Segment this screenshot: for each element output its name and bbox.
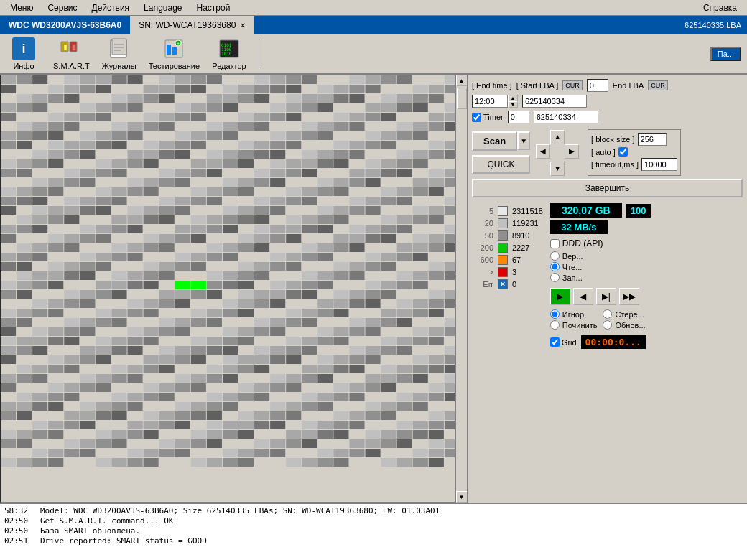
log-message: Model: WDC WD3200AVJS-63B6A0; Size 62514… (40, 506, 440, 515)
read-radio[interactable] (550, 262, 560, 271)
speed-num: 20 (472, 219, 493, 228)
stats-panel: 320,07 GB 100 32 MB/s DDD (API) Вер... (550, 203, 651, 349)
start-lba-input[interactable] (587, 79, 608, 92)
tab-active[interactable]: SN: WD-WCAT19363680 ✕ (130, 16, 254, 34)
fast-forward-button[interactable]: ▶▶ (619, 288, 639, 305)
speed-count: 8910 (512, 231, 529, 240)
speed-legend: 5231151820119231508910200222760067>3Err✕… (472, 206, 543, 349)
write-radio[interactable] (550, 273, 560, 282)
speed-mbs: 32 MB/s (550, 220, 608, 234)
speed-color-bar: ✕ (498, 279, 508, 289)
end-lba-value1-input[interactable] (522, 95, 587, 108)
play-button[interactable]: ▶ (550, 288, 570, 305)
toolbar-testing-button[interactable]: + Тестирование (149, 37, 200, 70)
grid-checkbox[interactable] (550, 337, 560, 347)
log-message: База SMART обновлена. (40, 526, 140, 536)
repair-radio-label: Починить (550, 320, 598, 330)
arrow-up-button[interactable]: ▲ (550, 130, 565, 144)
menu-item-language[interactable]: Language (136, 1, 189, 14)
toolbar-info-button[interactable]: i Инфо (6, 37, 42, 70)
end-lba-label: End LBA (613, 81, 644, 90)
lba-settings-row: [ End time ] [ Start LBA ] CUR End LBA C… (472, 79, 743, 92)
scan-controls-row: Scan ▼ QUICK ▲ ◀ ▶ ▼ [ block size ] [ a (472, 129, 743, 176)
scroll-down-button[interactable]: ▼ (456, 491, 468, 503)
svg-rect-11 (172, 47, 177, 55)
end-lba-value2-input[interactable] (534, 111, 598, 123)
error-options: Игнор. Починить Стере... (550, 309, 651, 330)
end-time-spin[interactable]: ▲ ▼ (472, 95, 518, 108)
speed-color-bar (498, 206, 508, 216)
finish-button[interactable]: Завершить (472, 179, 743, 197)
spin-up[interactable]: ▲ (508, 95, 518, 101)
toolbar-smart-button[interactable]: S.M.A.R.T (53, 37, 90, 70)
speed-count: 2227 (512, 243, 529, 252)
vertical-scrollbar[interactable]: ▲ ▼ (455, 75, 467, 503)
top-radio[interactable] (550, 251, 560, 261)
menu-item-service[interactable]: Сервис (40, 1, 84, 14)
speed-count: 3 (512, 268, 516, 276)
journals-label: Журналы (102, 62, 136, 70)
toolbar-journals-button[interactable]: Журналы (101, 37, 137, 70)
end-lba-cur: CUR (648, 80, 668, 90)
smart-label: S.M.A.R.T (53, 62, 90, 70)
scroll-thumb[interactable] (457, 88, 467, 109)
timer-input[interactable] (508, 111, 529, 123)
rewind-button[interactable]: ◀ (573, 288, 593, 305)
step-forward-button[interactable]: ▶| (596, 288, 616, 305)
menu-item-actions[interactable]: Действия (85, 1, 137, 14)
ignore-label: Игнор. (562, 310, 586, 319)
speed-color-bar (498, 255, 508, 265)
speed-color-bar (498, 267, 508, 277)
end-time-label: [ End time ] (472, 81, 512, 90)
spin-down[interactable]: ▼ (508, 101, 518, 108)
timeout-input[interactable] (641, 158, 677, 171)
arrow-diamond: ▲ ◀ ▶ ▼ (536, 130, 582, 176)
tab-close-button[interactable]: ✕ (240, 22, 246, 29)
spin-buttons: ▲ ▼ (508, 95, 518, 108)
ignore-radio[interactable] (550, 309, 560, 319)
menu-bar: Меню Сервис Действия Language Настрой Сп… (0, 0, 747, 16)
update-label: Обнов... (615, 321, 645, 330)
stereo-label: Стере... (615, 310, 644, 319)
speed-count: 119231 (512, 219, 539, 228)
stereo-radio-group: Стере... Обнов... (603, 309, 645, 330)
menu-item-settings[interactable]: Настрой (190, 1, 238, 14)
block-size-input[interactable] (638, 133, 667, 146)
quick-button[interactable]: QUICK (472, 155, 530, 174)
ddd-checkbox[interactable] (550, 239, 560, 248)
svg-rect-5 (112, 39, 126, 55)
testing-label: Тестирование (149, 62, 200, 70)
tab-device-title[interactable]: WDC WD3200AVJS-63B6A0 (0, 17, 130, 33)
auto-row: [ auto ] (591, 147, 677, 157)
arrow-down-button[interactable]: ▼ (550, 162, 565, 176)
repair-label: Починить (562, 321, 598, 330)
block-size-label: [ block size ] (591, 135, 635, 144)
start-lba-label: [ Start LBA ] (516, 81, 559, 90)
read-radio-label: Чте... (550, 262, 651, 271)
toolbar-editor-button[interactable]: 0101 1100 1010 Редактор (211, 37, 247, 70)
scroll-up-button[interactable]: ▲ (456, 75, 468, 86)
speed-legend-row: 2002227 (472, 243, 543, 253)
menu-item-menu[interactable]: Меню (3, 1, 40, 14)
arrow-right-button[interactable]: ▶ (565, 144, 579, 159)
panel-button[interactable]: Па... (710, 47, 741, 61)
scan-map-wrapper: ▲ ▼ (0, 75, 467, 503)
scan-button[interactable]: Scan (472, 131, 517, 151)
speed-count: 67 (512, 256, 521, 264)
arrow-left-button[interactable]: ◀ (536, 144, 550, 159)
scan-dropdown-button[interactable]: ▼ (517, 131, 530, 150)
stereo-radio[interactable] (603, 309, 612, 319)
svg-rect-10 (167, 45, 171, 55)
auto-checkbox[interactable] (618, 147, 628, 157)
timer-checkbox[interactable] (472, 113, 481, 122)
size-row: 320,07 GB 100 (550, 203, 651, 218)
menu-item-help[interactable]: Справка (696, 1, 744, 14)
log-message: Drive reported: SMART status = GOOD (40, 536, 207, 546)
timeout-row: [ timeout,ms ] (591, 158, 677, 171)
main-content: ▲ ▼ [ End time ] [ Start LBA ] CUR End L… (0, 75, 747, 503)
update-radio[interactable] (603, 320, 612, 330)
end-time-input[interactable] (472, 95, 508, 108)
repair-radio[interactable] (550, 320, 560, 330)
info-label: Инфо (13, 62, 34, 70)
speed-num: 600 (472, 256, 493, 264)
